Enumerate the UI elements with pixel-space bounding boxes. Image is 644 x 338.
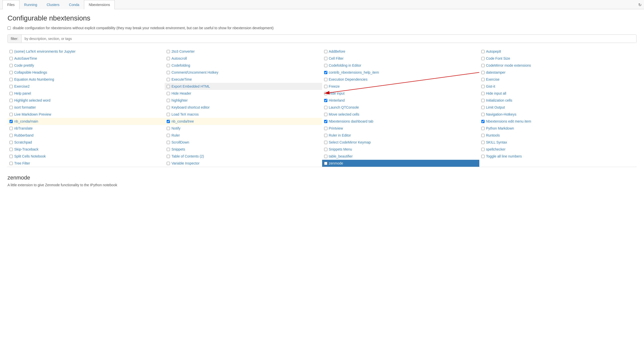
ext-item-highlighter[interactable]: highlighter: [165, 97, 322, 104]
ext-checkbox-load-tex[interactable]: [167, 113, 170, 116]
ext-item-move-cells[interactable]: Move selected cells: [322, 111, 479, 118]
ext-item-variable-inspector[interactable]: Variable Inspector: [165, 160, 322, 167]
ext-item-toggle-line-numbers[interactable]: Toggle all line numbers: [479, 153, 636, 160]
ext-item-live-markdown[interactable]: Live Markdown Preview: [8, 111, 165, 118]
ext-checkbox-python-markdown[interactable]: [481, 127, 484, 130]
ext-checkbox-codefolding[interactable]: [167, 64, 170, 67]
tab-clusters[interactable]: Clusters: [42, 0, 64, 9]
ext-checkbox-table-beautifier[interactable]: [324, 155, 327, 158]
ext-checkbox-navigation-hotkeys[interactable]: [481, 113, 484, 116]
ext-item-codefolding-editor[interactable]: Codefolding in Editor: [322, 62, 479, 69]
ext-item-tree-filter[interactable]: Tree Filter: [8, 160, 165, 167]
ext-checkbox-limit-output[interactable]: [481, 106, 484, 109]
ext-checkbox-skill-syntax[interactable]: [481, 141, 484, 144]
ext-checkbox-gist-it[interactable]: [481, 85, 484, 88]
ext-checkbox-snippets-menu[interactable]: [324, 148, 327, 151]
ext-checkbox-scrolldown[interactable]: [167, 141, 170, 144]
ext-item-hide-header[interactable]: Hide Header: [165, 90, 322, 97]
ext-checkbox-hide-input[interactable]: [324, 92, 327, 95]
ext-checkbox-codefolding-editor[interactable]: [324, 64, 327, 67]
ext-checkbox-tree-filter[interactable]: [10, 162, 13, 165]
ext-item-isort[interactable]: isort formatter: [8, 104, 165, 111]
ext-checkbox-cell-filter[interactable]: [324, 57, 327, 60]
ext-checkbox-variable-inspector[interactable]: [167, 162, 170, 165]
ext-checkbox-datestamper[interactable]: [481, 71, 484, 74]
ext-checkbox-execution-deps[interactable]: [324, 78, 327, 81]
ext-checkbox-equation-auto[interactable]: [10, 78, 13, 81]
ext-checkbox-runtools[interactable]: [481, 134, 484, 137]
ext-checkbox-exercise[interactable]: [481, 78, 484, 81]
ext-checkbox-export-embedded[interactable]: [167, 85, 170, 88]
ext-item-python-markdown[interactable]: Python Markdown: [479, 125, 636, 132]
ext-checkbox-nb-conda-main[interactable]: [10, 120, 13, 123]
tab-conda[interactable]: Conda: [64, 0, 84, 9]
ext-checkbox-collapsible-headings[interactable]: [10, 71, 13, 74]
ext-item-contrib-nbextensions[interactable]: contrib_nbextensions_help_item: [322, 69, 479, 76]
ext-item-notify[interactable]: Notify: [165, 125, 322, 132]
ext-checkbox-table-of-contents[interactable]: [167, 155, 170, 158]
tab-files[interactable]: Files: [2, 0, 20, 9]
ext-item-execution-deps[interactable]: Execution Dependencies: [322, 76, 479, 83]
ext-item-autopep8[interactable]: Autopep8: [479, 48, 636, 55]
ext-checkbox-printview[interactable]: [324, 127, 327, 130]
ext-item-code-font-size[interactable]: Code Font Size: [479, 55, 636, 62]
ext-checkbox-executetime[interactable]: [167, 78, 170, 81]
ext-checkbox-isort[interactable]: [10, 106, 13, 109]
ext-checkbox-code-font-size[interactable]: [481, 57, 484, 60]
ext-item-equation-auto[interactable]: Equation Auto Numbering: [8, 76, 165, 83]
ext-item-autosavetime[interactable]: AutoSaveTime: [8, 55, 165, 62]
ext-checkbox-toggle-line-numbers[interactable]: [481, 155, 484, 158]
ext-checkbox-2to3[interactable]: [167, 50, 170, 53]
ext-checkbox-some-latex[interactable]: [10, 50, 13, 53]
ext-checkbox-autoscroll[interactable]: [167, 57, 170, 60]
tab-running[interactable]: Running: [20, 0, 42, 9]
ext-item-exercise[interactable]: Exercise: [479, 76, 636, 83]
ext-item-nbtranslate[interactable]: nbTranslate: [8, 125, 165, 132]
ext-checkbox-autopep8[interactable]: [481, 50, 484, 53]
ext-item-collapsible-headings[interactable]: Collapsible Headings: [8, 69, 165, 76]
ext-item-comment-uncomment[interactable]: Comment/Uncomment Hotkey: [165, 69, 322, 76]
refresh-button[interactable]: ↻: [638, 2, 642, 7]
ext-item-spellchecker[interactable]: spellchecker: [479, 146, 636, 153]
ext-item-snippets-menu[interactable]: Snippets Menu: [322, 146, 479, 153]
ext-item-split-cells[interactable]: Split Cells Notebook: [8, 153, 165, 160]
ext-checkbox-exercise2[interactable]: [10, 85, 13, 88]
ext-checkbox-nbextensions-dashboard[interactable]: [324, 120, 327, 123]
ext-item-limit-output[interactable]: Limit Output: [479, 104, 636, 111]
ext-item-skip-traceback[interactable]: Skip-Traceback: [8, 146, 165, 153]
ext-item-freeze[interactable]: Freeze: [322, 83, 479, 90]
ext-item-launch-qtconsole[interactable]: Launch QTConsole: [322, 104, 479, 111]
ext-checkbox-ruler[interactable]: [167, 134, 170, 137]
ext-checkbox-freeze[interactable]: [324, 85, 327, 88]
ext-item-autoscroll[interactable]: Autoscroll: [165, 55, 322, 62]
ext-checkbox-spellchecker[interactable]: [481, 148, 484, 151]
ext-checkbox-hide-input-all[interactable]: [481, 92, 484, 95]
ext-item-keyboard-shortcut[interactable]: Keyboard shortcut editor: [165, 104, 322, 111]
ext-item-cell-filter[interactable]: Cell Filter: [322, 55, 479, 62]
ext-checkbox-select-codemirror[interactable]: [324, 141, 327, 144]
ext-item-2to3[interactable]: 2to3 Converter: [165, 48, 322, 55]
ext-checkbox-notify[interactable]: [167, 127, 170, 130]
ext-checkbox-help-panel[interactable]: [10, 92, 13, 95]
ext-checkbox-zenmode[interactable]: [324, 162, 327, 165]
ext-checkbox-nb-conda-tree[interactable]: [167, 120, 170, 123]
ext-item-init-cells[interactable]: Initialization cells: [479, 97, 636, 104]
ext-checkbox-keyboard-shortcut[interactable]: [167, 106, 170, 109]
compat-checkbox[interactable]: [8, 26, 11, 30]
ext-checkbox-contrib-nbextensions[interactable]: [324, 71, 327, 74]
tab-nbextensions[interactable]: Nbextensions: [84, 0, 115, 9]
ext-checkbox-skip-traceback[interactable]: [10, 148, 13, 151]
ext-item-ruler-in-editor[interactable]: Ruler in Editor: [322, 132, 479, 139]
ext-item-executetime[interactable]: ExecuteTime: [165, 76, 322, 83]
ext-item-scrolldown[interactable]: ScrollDown: [165, 139, 322, 146]
ext-item-scratchpad[interactable]: Scratchpad: [8, 139, 165, 146]
ext-item-printview[interactable]: Printview: [322, 125, 479, 132]
ext-item-nbextensions-dashboard[interactable]: Nbextensions dashboard tab: [322, 118, 479, 125]
ext-checkbox-code-prettify[interactable]: [10, 64, 13, 67]
ext-item-gist-it[interactable]: Gist-it: [479, 83, 636, 90]
ext-item-hide-input[interactable]: Hide input: [322, 90, 479, 97]
ext-checkbox-ruler-in-editor[interactable]: [324, 134, 327, 137]
ext-checkbox-highlight-selected[interactable]: [10, 99, 13, 102]
ext-item-zenmode[interactable]: zenmode: [322, 160, 479, 167]
ext-item-select-codemirror[interactable]: Select CodeMirror Keymap: [322, 139, 479, 146]
